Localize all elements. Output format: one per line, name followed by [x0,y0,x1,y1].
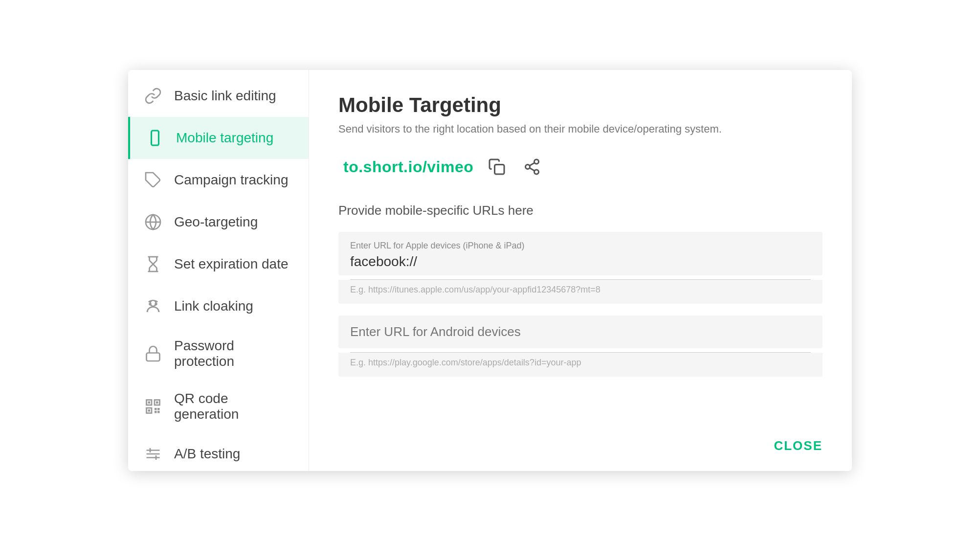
svg-rect-17 [157,411,160,413]
svg-rect-29 [495,165,505,175]
sidebar-item-label: Password protection [174,338,294,369]
android-hint: E.g. https://play.google.com/store/apps/… [338,353,823,377]
svg-point-30 [535,159,539,164]
sidebar-item-set-expiration-date[interactable]: Set expiration date [128,243,309,285]
svg-point-6 [150,303,151,305]
android-url-input[interactable] [350,324,811,339]
sidebar-item-label: Mobile targeting [176,130,273,146]
android-url-input-group [338,316,823,348]
svg-rect-18 [155,411,157,413]
short-url: to.short.io/vimeo [343,158,473,176]
hourglass-icon [143,254,163,274]
apple-url-input[interactable] [350,254,811,270]
apple-hint: E.g. https://itunes.apple.com/us/app/you… [338,280,823,304]
dialog: Basic link editing Mobile targeting Camp… [128,70,852,471]
sidebar-item-label: A/B testing [174,446,240,462]
sidebar-item-link-cloaking[interactable]: Link cloaking [128,285,309,327]
page-subtitle: Send visitors to the right location base… [338,123,823,135]
sidebar-item-label: QR code generation [174,391,294,422]
svg-point-7 [156,303,157,305]
link-icon [143,86,163,106]
sidebar-item-label: Basic link editing [174,88,276,104]
tag-icon [143,170,163,190]
sidebar-item-campaign-tracking[interactable]: Campaign tracking [128,159,309,201]
svg-rect-16 [155,408,157,410]
sidebar-item-label: Campaign tracking [174,172,288,188]
svg-line-33 [530,168,535,171]
spy-icon [143,296,163,316]
svg-rect-13 [156,402,158,404]
section-label: Provide mobile-specific URLs here [338,203,823,218]
main-content: Mobile Targeting Send visitors to the ri… [309,70,852,471]
svg-line-34 [530,163,535,166]
sidebar-item-label: Link cloaking [174,298,253,314]
share-button[interactable] [520,155,544,179]
globe-icon [143,212,163,232]
sidebar-item-qr-code-generation[interactable]: QR code generation [128,380,309,433]
sidebar-item-label: Geo-targeting [174,214,258,230]
sidebar-item-geo-targeting[interactable]: Geo-targeting [128,201,309,243]
apple-url-label: Enter URL for Apple devices (iPhone & iP… [350,241,811,251]
svg-point-32 [535,170,539,174]
copy-button[interactable] [485,155,509,179]
page-title: Mobile Targeting [338,93,823,117]
close-button[interactable]: CLOSE [774,438,823,453]
svg-rect-8 [147,353,160,361]
url-row: to.short.io/vimeo [338,155,823,179]
sidebar-item-password-protection[interactable]: Password protection [128,327,309,380]
ab-icon [143,444,163,464]
sidebar-item-label: Set expiration date [174,256,289,272]
lock-icon [143,343,163,364]
svg-point-31 [526,165,530,169]
apple-url-input-group: Enter URL for Apple devices (iPhone & iP… [338,232,823,275]
svg-rect-12 [148,402,151,404]
sidebar-item-ab-testing[interactable]: A/B testing [128,433,309,471]
svg-rect-19 [157,408,160,410]
sidebar: Basic link editing Mobile targeting Camp… [128,70,309,471]
qr-icon [143,396,163,417]
svg-rect-14 [148,409,151,412]
sidebar-item-basic-link-editing[interactable]: Basic link editing [128,75,309,117]
mobile-icon [145,128,165,148]
sidebar-item-mobile-targeting[interactable]: Mobile targeting [128,117,309,159]
